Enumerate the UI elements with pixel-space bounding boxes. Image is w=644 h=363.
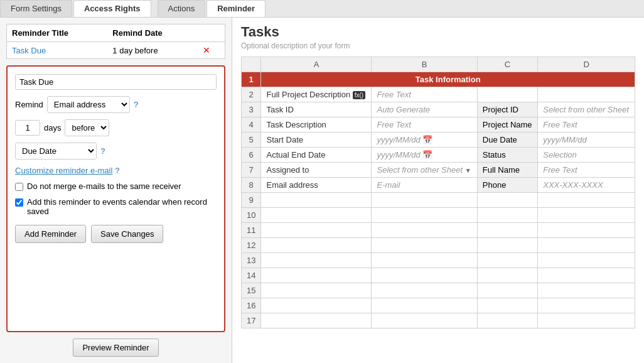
row-num: 3 [242, 102, 261, 117]
row-num: 6 [242, 148, 261, 163]
cell-field: Full Name [477, 163, 537, 178]
placeholder-text: Select from other Sheet [543, 105, 629, 114]
reminder-delete-cell[interactable]: ✕ [198, 42, 225, 59]
cell-placeholder: Select from other Sheet [538, 102, 635, 117]
row-num: 15 [242, 283, 261, 298]
form-buttons: Add Reminder Save Changes [15, 225, 217, 243]
tab-reminder[interactable]: Reminder [207, 0, 266, 17]
cell-placeholder: Select from other Sheet ▼ [372, 163, 477, 178]
row-num: 17 [242, 313, 261, 328]
table-row: 1 Task Information [242, 72, 635, 87]
top-tabs: Form Settings Access Rights Actions Remi… [0, 0, 644, 18]
remind-help-icon[interactable]: ? [134, 100, 139, 109]
cell-field: Start Date [261, 133, 372, 148]
checkbox-events-calendar[interactable] [15, 198, 23, 207]
tab-form-settings[interactable]: Form Settings [0, 0, 72, 17]
placeholder-text: Free Text [543, 120, 577, 129]
customize-link[interactable]: Customize reminder e-mail [15, 166, 112, 175]
cell-field: Assigned to [261, 163, 372, 178]
sheet-subtitle: Optional description of your form [241, 41, 635, 50]
table-row: 17 [242, 313, 635, 328]
cell-empty [477, 87, 537, 102]
cell-empty [538, 87, 635, 102]
field-label: Full Project Description [266, 90, 350, 99]
cell-field: Task Description [261, 117, 372, 133]
col-header-num [242, 57, 261, 72]
col-header-title: Reminder Title [7, 24, 108, 42]
remind-row: Remind Email address SMS Push Notificati… [15, 96, 217, 113]
row-num: 12 [242, 238, 261, 253]
title-input[interactable] [15, 74, 217, 90]
checkbox-no-merge[interactable] [15, 183, 23, 191]
cell-placeholder: yyyy/MM/dd 📅 [372, 148, 477, 163]
delete-icon[interactable]: ✕ [203, 45, 210, 55]
table-row: 15 [242, 283, 635, 298]
preview-reminder-button[interactable]: Preview Reminder [73, 339, 158, 357]
col-header-d: D [538, 57, 635, 72]
reminder-form: Remind Email address SMS Push Notificati… [6, 65, 225, 332]
checkbox2-label: Add this reminder to events calendar whe… [27, 197, 217, 216]
remind-label: Remind [15, 100, 43, 109]
table-row: 4 Task Description Free Text Project Nam… [242, 117, 635, 133]
row-num: 10 [242, 208, 261, 223]
checkbox1-label: Do not merge e-mails to the same receive… [27, 182, 181, 191]
due-date-help-icon[interactable]: ? [100, 146, 105, 156]
cell-field: Phone [477, 178, 537, 193]
table-row: 7 Assigned to Select from other Sheet ▼ … [242, 163, 635, 178]
placeholder-text: Free Text [543, 165, 577, 175]
tab-actions[interactable]: Actions [158, 0, 206, 17]
reminder-title-cell: Task Due [7, 42, 108, 59]
customize-help-icon[interactable]: ? [115, 166, 120, 175]
right-panel: Tasks Optional description of your form … [232, 18, 644, 363]
col-header-c: C [477, 57, 537, 72]
days-row: days before after [15, 119, 217, 136]
main-layout: Reminder Title Remind Date Task Due 1 da… [0, 18, 644, 363]
cell-field: Project Name [477, 117, 537, 133]
cell-field: Actual End Date [261, 148, 372, 163]
remind-select[interactable]: Email address SMS Push Notification [47, 96, 130, 113]
row-num: 1 [242, 72, 261, 87]
row-num: 4 [242, 117, 261, 133]
tab-access-rights[interactable]: Access Rights [73, 0, 151, 17]
placeholder-text: Free Text [377, 120, 411, 129]
sheet-title: Tasks [241, 24, 635, 40]
checkbox2-row: Add this reminder to events calendar whe… [15, 197, 217, 216]
left-panel: Reminder Title Remind Date Task Due 1 da… [0, 18, 232, 363]
row-num: 16 [242, 298, 261, 313]
table-row: 14 [242, 268, 635, 283]
cell-field: Task ID [261, 102, 372, 117]
placeholder-text: Selection [543, 150, 576, 160]
cell-placeholder: E-mail [372, 178, 477, 193]
task-info-header: Task Information [261, 72, 635, 87]
col-header-action [198, 24, 225, 42]
preview-row: Preview Reminder [6, 332, 225, 357]
reminder-row: Task Due 1 day before ✕ [7, 42, 225, 59]
placeholder-text: Free Text [377, 90, 411, 99]
placeholder-text: XXX-XXX-XXXX [543, 180, 603, 190]
days-label: days [44, 123, 61, 133]
before-after-select[interactable]: before after [65, 119, 109, 136]
row-num: 13 [242, 253, 261, 268]
table-row: 3 Task ID Auto Generate Project ID Selec… [242, 102, 635, 117]
cell-field: Full Project Description fx() [261, 87, 372, 102]
col-header-b: B [372, 57, 477, 72]
add-reminder-button[interactable]: Add Reminder [15, 225, 86, 243]
cell-field: Status [477, 148, 537, 163]
calendar-icon: 📅 [422, 135, 432, 144]
save-changes-button[interactable]: Save Changes [91, 225, 163, 243]
placeholder-text: yyyy/MM/dd [377, 150, 420, 160]
cell-placeholder: Free Text [538, 117, 635, 133]
due-date-select[interactable]: Due Date Start Date Created Date [15, 143, 97, 160]
customize-row: Customize reminder e-mail ? [15, 166, 217, 175]
table-row: 12 [242, 238, 635, 253]
days-input[interactable] [15, 120, 40, 136]
table-row: 11 [242, 223, 635, 238]
row-num: 11 [242, 223, 261, 238]
reminder-date-cell: 1 day before [107, 42, 198, 59]
row-num: 7 [242, 163, 261, 178]
spreadsheet: A B C D 1 Task Information 2 Full Projec… [241, 57, 635, 328]
placeholder-text: Select from other Sheet [377, 165, 463, 175]
cell-field: Project ID [477, 102, 537, 117]
table-row: 13 [242, 253, 635, 268]
table-row: 10 [242, 208, 635, 223]
